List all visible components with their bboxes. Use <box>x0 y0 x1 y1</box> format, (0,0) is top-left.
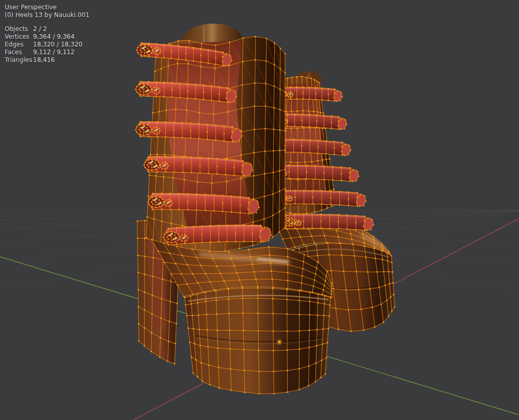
object-origin-dot <box>276 339 282 345</box>
3d-scene <box>0 24 519 420</box>
scene-canvas <box>0 0 519 420</box>
blender-3d-viewport[interactable]: User Perspective (0) Heels 13 by Nauuki.… <box>0 0 519 420</box>
